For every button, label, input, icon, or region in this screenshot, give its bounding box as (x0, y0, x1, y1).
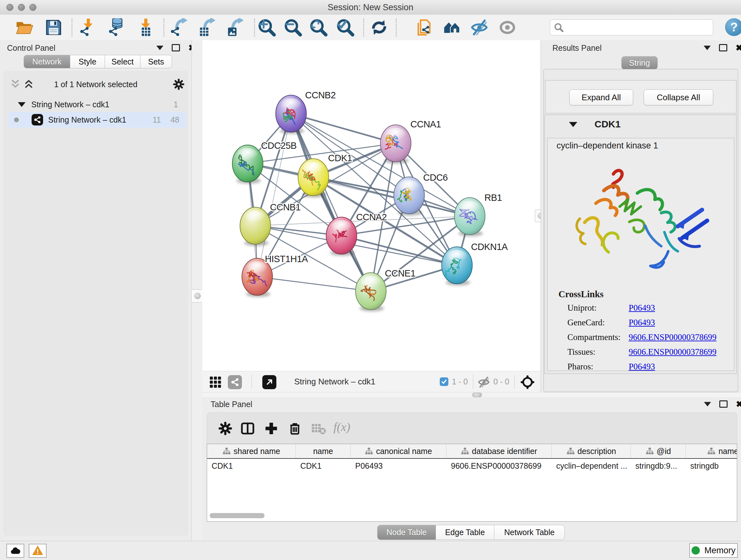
delete-column-button[interactable] (285, 419, 305, 438)
crosslink-link[interactable]: P06493 (629, 303, 655, 313)
crosslink-link[interactable]: 9606.ENSP00000378699 (629, 332, 717, 342)
window-zoom-button[interactable] (29, 4, 37, 11)
tab-node-table[interactable]: Node Table (377, 525, 436, 540)
warning-icon (32, 545, 44, 557)
panel-float-icon[interactable] (719, 44, 727, 51)
detach-view-icon[interactable] (262, 375, 276, 389)
crosslink-link[interactable]: P06493 (629, 318, 655, 327)
network-edge-HIST1H1A-CCNE1[interactable] (257, 277, 371, 291)
panel-menu-icon[interactable] (704, 46, 711, 50)
network-canvas[interactable]: CCNB2CCNA1CDC25BCDK1CDC6RB1CCNB1CCNA2CDK… (202, 40, 541, 371)
network-tree-root-row[interactable]: String Network – cdk1 1 (8, 97, 186, 112)
function-builder-button[interactable]: f(x) (333, 420, 350, 434)
window-close-button[interactable] (6, 4, 13, 11)
collapse-all-icon[interactable] (10, 78, 21, 90)
table-settings-button[interactable] (215, 419, 235, 438)
tab-sets[interactable]: Sets (140, 55, 172, 68)
left-splitter-handle[interactable] (191, 289, 204, 303)
tab-network[interactable]: Network (23, 55, 70, 68)
column-header-shared-name[interactable]: shared name (207, 444, 296, 458)
save-session-button[interactable] (42, 17, 65, 38)
show-columns-button[interactable] (238, 419, 258, 438)
search-input[interactable] (563, 23, 713, 32)
hide-selection-button[interactable] (468, 17, 491, 38)
bottom-splitter[interactable] (202, 392, 741, 397)
zoom-selected-button[interactable] (334, 17, 357, 38)
table-cell[interactable]: CDK1 (207, 459, 296, 473)
apply-layout-button[interactable] (367, 17, 391, 38)
table-cell[interactable]: P06493 (351, 459, 447, 473)
network-tree-selected-row[interactable]: String Network – cdk1 11 48 (8, 112, 186, 128)
table-cell[interactable]: cyclin–dependent ... (552, 459, 631, 473)
panel-menu-icon[interactable] (156, 46, 163, 50)
network-overview-icon[interactable] (228, 375, 242, 389)
column-header-namespace[interactable]: namespace (686, 444, 737, 458)
panel-float-icon[interactable] (719, 400, 728, 408)
panel-close-icon[interactable]: ✖ (736, 401, 741, 408)
panel-float-icon[interactable] (172, 44, 180, 51)
clone-network-button[interactable] (413, 17, 436, 38)
birdseye-crosshair-icon[interactable] (520, 375, 535, 389)
network-graph[interactable]: CCNB2CCNA1CDC25BCDK1CDC6RB1CCNB1CCNA2CDK… (202, 40, 541, 371)
table-horizontal-scrollbar[interactable] (210, 513, 265, 518)
show-hidden-button[interactable] (496, 17, 519, 38)
panel-close-icon[interactable]: ✖ (736, 45, 741, 51)
tree-expand-icon[interactable] (18, 102, 25, 107)
network-edge-CCNB2-CCNE1[interactable] (291, 114, 371, 291)
tab-style[interactable]: Style (70, 55, 105, 68)
selected-checkbox[interactable] (440, 377, 448, 386)
network-node-CCNE1[interactable]: CCNE1 (355, 268, 415, 311)
column-header-database-identifier[interactable]: database identifier (447, 444, 552, 458)
export-table-button[interactable] (195, 17, 218, 38)
collapse-all-button[interactable]: Collapse All (644, 89, 713, 105)
table-cell[interactable]: stringdb:9... (631, 459, 686, 473)
tab-edge-table[interactable]: Edge Table (435, 525, 494, 540)
open-session-button[interactable] (13, 17, 36, 38)
crosslink-link[interactable]: P06493 (629, 362, 655, 372)
results-panel-title: Results Panel (552, 44, 602, 53)
zoom-fit-button[interactable] (307, 17, 330, 38)
network-edge-CCNB2-HIST1H1A[interactable] (257, 114, 291, 277)
tab-network-table[interactable]: Network Table (494, 525, 565, 540)
hidden-eye-slash-icon[interactable] (477, 376, 490, 388)
tab-string[interactable]: String (621, 56, 658, 70)
expand-all-button[interactable]: Expand All (569, 89, 633, 105)
table-cell[interactable]: CDK1 (296, 459, 351, 473)
create-column-button[interactable] (261, 419, 281, 438)
crosslink-link[interactable]: 9606.ENSP00000378699 (629, 347, 717, 357)
cloud-status-button[interactable] (6, 544, 24, 558)
section-collapse-icon[interactable] (569, 122, 577, 127)
network-node-CDKN1A[interactable]: CDKN1A (442, 242, 508, 286)
network-node-RB1[interactable]: RB1 (455, 192, 502, 236)
grid-view-icon[interactable] (209, 375, 222, 389)
network-node-CDC25B[interactable]: CDC25B (232, 140, 296, 184)
panel-menu-icon[interactable] (704, 402, 711, 407)
column-header--id[interactable]: @id (631, 444, 686, 458)
zoom-in-button[interactable] (255, 17, 278, 38)
import-network-database-button[interactable] (105, 17, 128, 38)
network-list-gear-icon[interactable] (172, 78, 185, 91)
bottom-splitter-handle[interactable] (472, 393, 482, 397)
import-table-file-button[interactable] (134, 17, 157, 38)
help-button[interactable]: ? (725, 18, 741, 36)
import-network-file-button[interactable] (77, 17, 99, 38)
network-tree: String Network – cdk1 1 String Network –… (8, 95, 186, 530)
table-cell[interactable]: stringdb (686, 459, 737, 473)
memory-button[interactable]: Memory (689, 543, 738, 558)
delete-table-button[interactable] (309, 419, 328, 438)
network-node-HIST1H1A[interactable]: HIST1H1A (242, 254, 308, 297)
zoom-out-button[interactable] (281, 17, 305, 38)
network-node-CCNA1[interactable]: CCNA1 (381, 119, 441, 164)
table-cell[interactable]: 9606.ENSP00000378699 (447, 459, 552, 473)
export-network-button[interactable] (167, 17, 190, 38)
column-header-description[interactable]: description (552, 444, 631, 458)
export-image-button[interactable] (223, 17, 246, 38)
column-header-label: name (313, 447, 333, 456)
tab-select[interactable]: Select (105, 55, 140, 68)
column-header-canonical-name[interactable]: canonical name (351, 444, 447, 458)
welcome-screen-button[interactable] (441, 17, 463, 38)
warnings-button[interactable] (29, 544, 47, 558)
window-minimize-button[interactable] (18, 4, 25, 11)
column-header-name[interactable]: name (296, 444, 351, 458)
expand-all-icon[interactable] (23, 78, 35, 90)
